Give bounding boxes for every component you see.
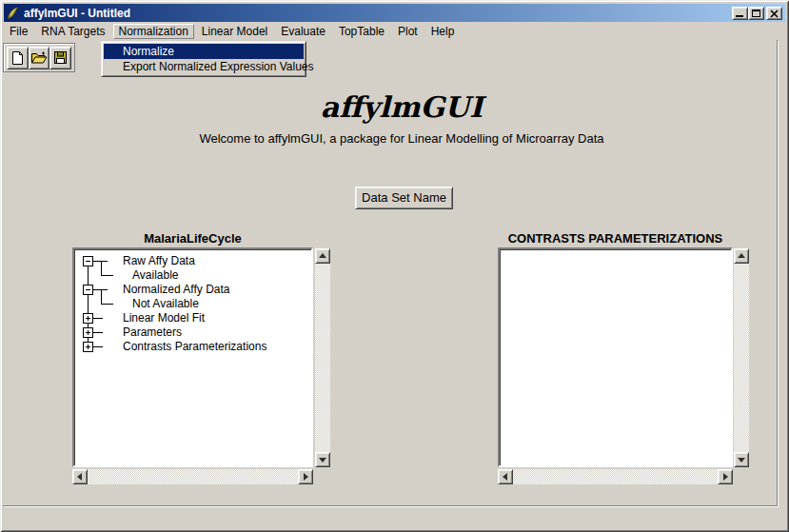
scroll-right-button[interactable] — [718, 469, 733, 484]
contrasts-parameterizations-listbox[interactable] — [498, 247, 733, 467]
close-button[interactable] — [766, 7, 782, 20]
status-tree-listbox[interactable]: Raw Affy Data Available Normalized Affy … — [72, 247, 313, 467]
tree-item-linear-model-fit[interactable]: Linear Model Fit — [76, 311, 309, 325]
save-icon — [53, 50, 68, 65]
tree-branch-line — [93, 318, 103, 319]
tree-branch-line — [101, 275, 113, 276]
menubar: File RNA Targets Normalization Linear Mo… — [4, 22, 785, 40]
open-folder-icon — [30, 50, 48, 65]
minimize-button[interactable] — [732, 7, 748, 20]
expand-plus-icon[interactable] — [83, 342, 93, 352]
arrow-right-icon — [304, 473, 308, 481]
tree-item-label[interactable]: Normalized Affy Data — [123, 283, 230, 297]
scroll-up-button[interactable] — [315, 248, 330, 264]
arrow-down-icon — [319, 458, 326, 463]
menu-plot[interactable]: Plot — [392, 24, 424, 39]
scrollbar-track[interactable] — [513, 469, 718, 484]
scroll-left-button[interactable] — [498, 469, 513, 484]
tree-item-label[interactable]: Available — [132, 268, 178, 283]
tree-item-label[interactable]: Linear Model Fit — [123, 311, 205, 325]
arrow-down-icon — [738, 458, 745, 463]
tree-item-not-available[interactable]: Not Available — [76, 297, 309, 311]
scroll-right-button[interactable] — [298, 469, 313, 484]
scrollbar-track[interactable] — [734, 264, 749, 452]
right-vertical-scrollbar[interactable] — [734, 248, 749, 467]
arrow-up-icon — [738, 253, 745, 258]
menu-item-export-normalized[interactable]: Export Normalized Expression Values — [104, 59, 304, 74]
right-horizontal-scrollbar[interactable] — [498, 469, 733, 484]
maximize-icon — [752, 10, 760, 17]
arrow-up-icon — [319, 253, 326, 258]
app-window: affylmGUI - Untitled File RNA Targets No… — [0, 0, 789, 532]
menu-file[interactable]: File — [4, 24, 33, 39]
window-title: affylmGUI - Untitled — [24, 7, 732, 20]
arrow-right-icon — [723, 473, 728, 481]
maximize-button[interactable] — [748, 7, 764, 20]
tree-item-parameters[interactable]: Parameters — [76, 325, 309, 340]
close-icon — [770, 10, 779, 18]
left-vertical-scrollbar[interactable] — [315, 248, 330, 467]
tree-branch-line — [101, 304, 113, 305]
menu-linear-model[interactable]: Linear Model — [196, 24, 273, 39]
menu-normalization[interactable]: Normalization — [113, 24, 194, 39]
app-subtitle: Welcome to affylmGUI, a package for Line… — [14, 131, 789, 146]
left-horizontal-scrollbar[interactable] — [72, 469, 313, 484]
toolbar — [3, 43, 75, 72]
scroll-down-button[interactable] — [734, 452, 749, 467]
data-set-name-button[interactable]: Data Set Name — [355, 187, 453, 209]
scroll-left-button[interactable] — [72, 469, 88, 484]
menu-toptable[interactable]: TopTable — [333, 24, 390, 39]
tree-branch-line — [93, 346, 103, 347]
tree-item-available[interactable]: Available — [76, 268, 309, 283]
tree-item-raw-affy-data[interactable]: Raw Affy Data — [76, 254, 309, 268]
app-title: affylmGUI — [14, 90, 789, 124]
collapse-minus-icon[interactable] — [83, 285, 93, 295]
expand-plus-icon[interactable] — [83, 327, 93, 338]
open-file-button[interactable] — [29, 47, 50, 69]
menu-rna-targets[interactable]: RNA Targets — [35, 24, 110, 39]
arrow-left-icon — [77, 473, 82, 481]
tree-branch-line — [93, 261, 108, 262]
scroll-up-button[interactable] — [734, 248, 749, 264]
tree-item-contrasts-parameterizations[interactable]: Contrasts Parameterizations — [76, 340, 309, 354]
save-button[interactable] — [49, 47, 71, 69]
tree-item-normalized-affy-data[interactable]: Normalized Affy Data — [76, 283, 309, 297]
menu-item-normalize[interactable]: Normalize — [104, 44, 304, 59]
tree-branch-line — [93, 332, 103, 333]
tree-item-label[interactable]: Raw Affy Data — [123, 254, 195, 268]
expand-plus-icon[interactable] — [83, 313, 93, 324]
status-tree: Raw Affy Data Available Normalized Affy … — [76, 251, 309, 463]
new-file-icon — [10, 50, 25, 66]
titlebar[interactable]: affylmGUI - Untitled — [4, 4, 785, 22]
scrollbar-track[interactable] — [315, 264, 330, 452]
right-panel-heading: CONTRASTS PARAMETERIZATIONS — [498, 231, 733, 246]
tk-feather-icon — [7, 7, 19, 20]
tree-branch-line — [93, 289, 108, 290]
scrollbar-track[interactable] — [88, 469, 298, 484]
menu-evaluate[interactable]: Evaluate — [275, 24, 331, 39]
collapse-minus-icon[interactable] — [83, 256, 93, 266]
normalization-dropdown-menu: Normalize Export Normalized Expression V… — [101, 41, 306, 77]
scroll-down-button[interactable] — [315, 452, 330, 467]
new-file-button[interactable] — [7, 47, 29, 69]
tree-item-label[interactable]: Not Available — [132, 297, 199, 311]
tree-item-label[interactable]: Contrasts Parameterizations — [123, 340, 266, 354]
tree-item-label[interactable]: Parameters — [123, 325, 182, 340]
arrow-left-icon — [503, 473, 507, 481]
menu-help[interactable]: Help — [425, 24, 461, 39]
minimize-icon — [736, 15, 743, 17]
left-panel-heading: MalariaLifeCycle — [72, 231, 313, 246]
